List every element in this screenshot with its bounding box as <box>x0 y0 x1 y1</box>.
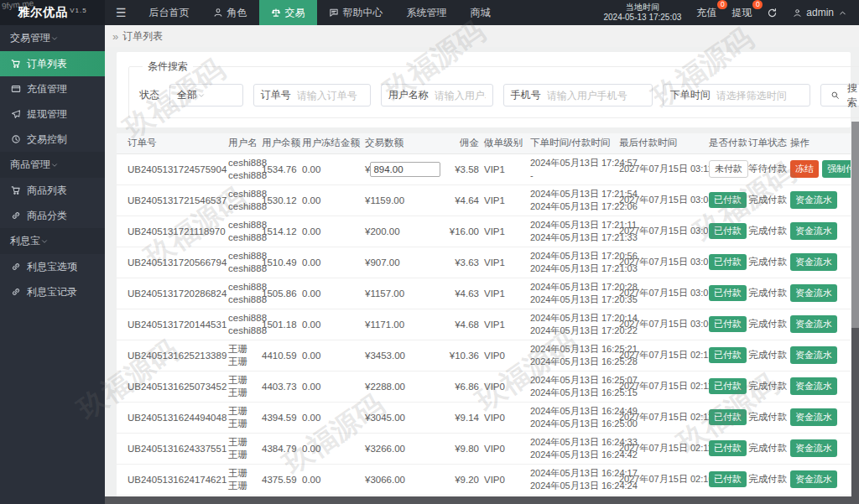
cell-amount: ¥3453.00 <box>363 340 443 371</box>
top-nav-item-帮助中心[interactable]: 帮助中心 <box>317 0 395 25</box>
order-time-input[interactable] <box>716 90 803 101</box>
cell-actions: 资金流水 <box>789 184 851 216</box>
username-line: ceshi888 <box>228 325 258 337</box>
cell-level: VIP0 <box>482 464 528 495</box>
paid-status-badge[interactable]: 已付款 <box>709 223 747 239</box>
vertical-scrollbar-thumb[interactable] <box>851 328 859 496</box>
cell-paid: 已付款 <box>707 184 747 216</box>
main-content: » 订单列表 条件搜索 状态 全部 订单号 用户名称 <box>105 25 859 504</box>
order-time-line: 2024年05月13日 16:25:21 <box>530 343 616 356</box>
action-button-强制付款[interactable]: 强制付款 <box>822 160 851 178</box>
phone-input[interactable] <box>547 90 645 101</box>
paid-status-badge[interactable]: 未付款 <box>709 160 748 178</box>
withdraw-link[interactable]: 提现 0 <box>731 6 752 20</box>
sidebar-item-提现管理[interactable]: 提现管理 <box>0 101 105 127</box>
paid-status-badge[interactable]: 已付款 <box>709 192 747 208</box>
vertical-scrollbar[interactable] <box>851 122 859 496</box>
cell-actions: 资金流水 <box>789 216 851 247</box>
top-nav-item-交易[interactable]: 交易 <box>259 0 317 25</box>
cell-amount: ¥907.00 <box>363 247 443 278</box>
paid-status-badge[interactable]: 已付款 <box>709 378 747 394</box>
cell-amount: ¥1159.00 <box>363 184 443 216</box>
admin-menu[interactable]: admin <box>793 7 847 18</box>
sidebar-item-订单列表[interactable]: 订单列表 <box>0 51 105 76</box>
sidebar-item-利息宝记录[interactable]: 利息宝记录 <box>0 279 105 304</box>
username-line: ceshi888 <box>228 312 258 325</box>
action-button-资金流水[interactable]: 资金流水 <box>790 253 837 271</box>
username-input[interactable] <box>435 90 486 101</box>
sidebar-item-label: 商品列表 <box>27 184 67 198</box>
cell-level: VIP1 <box>482 184 528 216</box>
sidebar-item-充值管理[interactable]: 充值管理 <box>0 76 105 101</box>
app-logo: 雅尔优品V1.5 <box>0 0 105 25</box>
col-header-用户名: 用户名 <box>226 133 260 153</box>
order-no-input[interactable] <box>297 90 363 101</box>
action-button-资金流水[interactable]: 资金流水 <box>790 470 837 488</box>
top-nav-item-商城[interactable]: 商城 <box>459 0 502 25</box>
amount-input[interactable] <box>370 162 440 177</box>
paid-status-badge[interactable]: 已付款 <box>709 347 747 363</box>
status-select-value: 全部 <box>177 88 197 102</box>
action-button-资金流水[interactable]: 资金流水 <box>790 222 837 240</box>
sidebar-group-label: 商品管理 <box>10 158 50 172</box>
paid-status-badge[interactable]: 已付款 <box>709 440 747 456</box>
horizontal-scrollbar[interactable] <box>105 496 859 504</box>
paid-status-badge[interactable]: 已付款 <box>709 409 747 425</box>
orders-table: 订单号用户名用户余额用户冻结金额交易数额佣金做单级别下单时间/付款时间最后付款时… <box>117 133 851 504</box>
action-button-资金流水[interactable]: 资金流水 <box>790 439 837 457</box>
sidebar-item-交易控制[interactable]: 交易控制 <box>0 127 105 152</box>
top-nav-item-角色[interactable]: 角色 <box>201 0 259 25</box>
recharge-link[interactable]: 充值 0 <box>696 6 716 20</box>
sidebar-toggle-button[interactable]: ☰ <box>105 0 138 25</box>
status-select[interactable]: 全部 <box>169 84 243 107</box>
cell-frozen: 0.00 <box>300 153 363 184</box>
filter-panel: 条件搜索 状态 全部 订单号 用户名称 手机号 <box>117 52 851 127</box>
action-button-冻结[interactable]: 冻结 <box>790 160 819 178</box>
username-group: 用户名称 <box>381 84 493 107</box>
username-line: ceshi888 <box>228 262 258 275</box>
username-line: 王珊 <box>228 387 258 399</box>
paid-status-badge[interactable]: 已付款 <box>709 254 747 270</box>
username-line: ceshi888 <box>228 219 258 231</box>
sidebar-item-商品列表[interactable]: 商品列表 <box>0 178 105 203</box>
action-button-资金流水[interactable]: 资金流水 <box>790 284 837 302</box>
paid-status-badge[interactable]: 已付款 <box>709 316 747 332</box>
search-icon <box>830 91 840 100</box>
col-header-做单级别: 做单级别 <box>482 133 528 153</box>
table-row: UB2405131721546537ceshi888ceshi8881530.1… <box>117 184 851 216</box>
order-time-line: 2024年05月13日 17:21:54 <box>530 188 616 200</box>
cell-commission: ¥9.14 <box>443 402 482 433</box>
top-nav-item-系统管理[interactable]: 系统管理 <box>395 0 459 25</box>
username-line: 王珊 <box>228 356 258 368</box>
action-button-资金流水[interactable]: 资金流水 <box>790 315 837 333</box>
table-row: UB2405131624337551王珊王珊4384.790.00¥3266.0… <box>117 433 851 464</box>
sidebar-item-利息宝选项[interactable]: 利息宝选项 <box>0 254 105 279</box>
paid-status-badge[interactable]: 已付款 <box>709 285 747 301</box>
sidebar-group-利息宝[interactable]: 利息宝 <box>0 228 105 254</box>
top-nav-item-label: 角色 <box>227 6 247 20</box>
cell-paid: 已付款 <box>707 278 747 309</box>
sidebar-item-商品分类[interactable]: 商品分类 <box>0 203 105 228</box>
link-icon <box>11 262 21 272</box>
action-button-资金流水[interactable]: 资金流水 <box>790 377 837 395</box>
search-button[interactable]: 搜 索 <box>820 84 859 107</box>
cell-username: ceshi888ceshi888 <box>226 278 260 309</box>
recharge-label: 充值 <box>696 7 716 18</box>
order-time-line: 2024年05月13日 17:20:22 <box>530 325 616 337</box>
sidebar-group-商品管理[interactable]: 商品管理 <box>0 152 105 178</box>
paid-status-badge[interactable]: 已付款 <box>709 471 747 487</box>
col-header-订单号: 订单号 <box>117 133 226 153</box>
cell-commission: ¥4.63 <box>443 278 482 309</box>
cell-level: VIP0 <box>482 402 528 433</box>
table-row: UB2405131721118970ceshi888ceshi8881514.1… <box>117 216 851 247</box>
action-button-资金流水[interactable]: 资金流水 <box>790 346 837 364</box>
action-button-资金流水[interactable]: 资金流水 <box>790 408 837 426</box>
cell-frozen: 0.00 <box>300 402 363 433</box>
table-row: UB2405131720144531ceshi888ceshi8881501.1… <box>117 309 851 340</box>
action-button-资金流水[interactable]: 资金流水 <box>790 191 837 209</box>
chevron-up-icon <box>838 8 847 18</box>
sidebar-group-label: 利息宝 <box>10 234 40 248</box>
top-nav-item-后台首页[interactable]: 后台首页 <box>138 0 201 25</box>
sidebar-group-交易管理[interactable]: 交易管理 <box>0 25 105 51</box>
refresh-button[interactable] <box>767 8 778 18</box>
